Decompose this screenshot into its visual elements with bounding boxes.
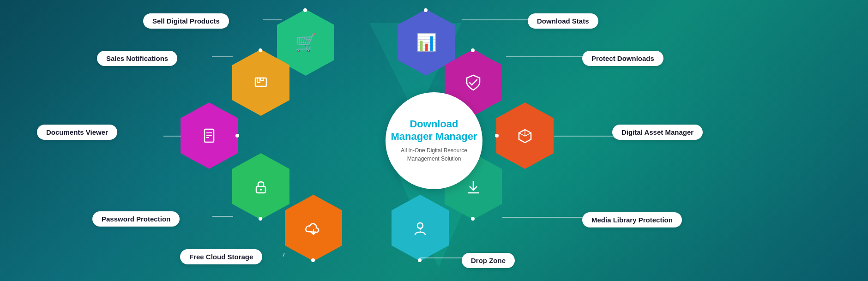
password-text: Password Protection bbox=[102, 215, 170, 223]
hex-documents bbox=[179, 102, 239, 170]
label-cloud: Free Cloud Storage bbox=[180, 249, 262, 264]
hex-digital-asset bbox=[495, 102, 555, 170]
documents-text: Documents Viewer bbox=[46, 128, 108, 136]
sales-notif-text: Sales Notifications bbox=[106, 54, 168, 62]
digital-asset-text: Digital Asset Manager bbox=[621, 128, 693, 136]
label-sell-digital: Sell Digital Products bbox=[143, 13, 229, 29]
center-subtitle: All in-One Digital Resource Management S… bbox=[401, 146, 467, 163]
protect-downloads-text: Protect Downloads bbox=[591, 54, 654, 62]
connector-digital-asset bbox=[554, 136, 614, 137]
sell-digital-text: Sell Digital Products bbox=[152, 17, 220, 25]
label-password: Password Protection bbox=[92, 211, 180, 227]
label-protect-downloads: Protect Downloads bbox=[582, 51, 663, 66]
connector-sales-notif bbox=[212, 56, 233, 57]
label-media-library: Media Library Protection bbox=[582, 212, 682, 227]
hex-sales-notif bbox=[231, 48, 291, 117]
svg-rect-7 bbox=[261, 78, 264, 81]
label-sales-notif: Sales Notifications bbox=[97, 51, 177, 66]
label-digital-asset: Digital Asset Manager bbox=[612, 125, 703, 140]
connector-password bbox=[212, 216, 233, 217]
media-library-text: Media Library Protection bbox=[591, 216, 673, 224]
label-download-stats: Download Stats bbox=[528, 13, 598, 29]
cloud-text: Free Cloud Storage bbox=[189, 253, 253, 261]
main-background: 🛒 📊 bbox=[0, 0, 868, 281]
svg-point-23 bbox=[417, 223, 423, 228]
connector-documents bbox=[163, 136, 181, 137]
title-manager: Manager bbox=[435, 131, 477, 142]
drop-zone-text: Drop Zone bbox=[471, 257, 506, 264]
center-title: Download Manager Manager bbox=[391, 118, 477, 143]
connector-media-library bbox=[502, 217, 583, 218]
center-card: Download Manager Manager All in-One Digi… bbox=[386, 92, 482, 189]
subtitle-line2: Management Solution bbox=[407, 155, 461, 162]
connector-download-stats bbox=[462, 19, 530, 20]
label-drop-zone: Drop Zone bbox=[462, 253, 515, 268]
connector-sell-digital bbox=[263, 19, 282, 20]
download-stats-text: Download Stats bbox=[537, 17, 589, 25]
label-documents: Documents Viewer bbox=[37, 125, 117, 140]
subtitle-line1: All in-One Digital Resource bbox=[401, 147, 467, 154]
hex-drop-zone bbox=[390, 194, 450, 262]
connector-protect-downloads bbox=[506, 56, 584, 57]
hex-password bbox=[231, 152, 291, 221]
svg-point-17 bbox=[260, 189, 262, 191]
hex-cloud-storage bbox=[283, 194, 344, 262]
connector-drop-zone bbox=[420, 257, 463, 258]
svg-rect-6 bbox=[257, 78, 260, 83]
